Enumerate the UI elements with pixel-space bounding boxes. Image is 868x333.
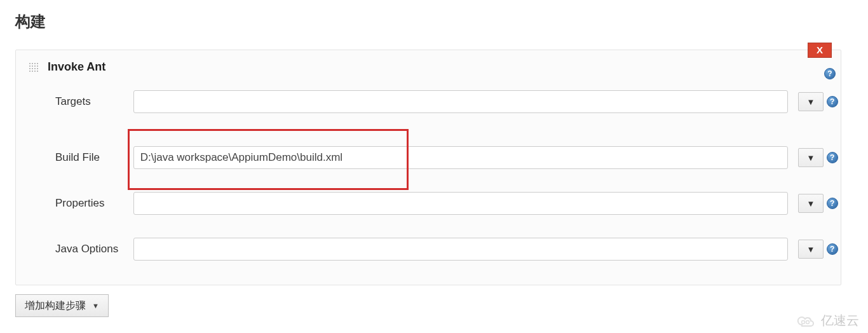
java-options-input[interactable] [133,238,788,261]
expand-button-build-file[interactable]: ▼ [798,148,824,167]
row-build-file: Build File ▼ ? [16,141,841,174]
expand-button-java-options[interactable]: ▼ [798,240,824,259]
help-icon[interactable]: ? [827,152,838,163]
row-java-options: Java Options ▼ ? [16,233,841,266]
build-step-section: X ? Invoke Ant Targets ▼ ? Build File ▼ … [15,50,841,285]
help-icon[interactable]: ? [827,96,838,107]
step-header: Invoke Ant [16,50,841,74]
page-title: 构建 [0,0,868,32]
cloud-icon [796,313,817,329]
expand-button-targets[interactable]: ▼ [798,92,824,111]
form-rows: Targets ▼ ? Build File ▼ ? Properties ▼ … [16,74,841,266]
add-build-step-label: 增加构建步骤 [25,299,86,313]
expand-button-properties[interactable]: ▼ [798,194,824,213]
targets-input[interactable] [133,90,788,113]
watermark: 亿速云 [796,312,859,329]
help-icon[interactable]: ? [824,68,836,79]
add-build-step-button[interactable]: 增加构建步骤 ▼ [15,294,109,317]
drag-handle-icon[interactable] [29,62,39,72]
label-build-file: Build File [16,151,133,164]
label-properties: Properties [16,197,133,210]
svg-point-1 [806,320,810,323]
caret-down-icon: ▼ [92,302,99,309]
label-targets: Targets [16,95,133,108]
row-targets: Targets ▼ ? [16,85,841,118]
properties-input[interactable] [133,192,788,215]
step-title: Invoke Ant [48,60,105,74]
delete-step-button[interactable]: X [808,43,832,58]
help-icon[interactable]: ? [827,198,838,209]
watermark-text: 亿速云 [821,312,859,329]
row-properties: Properties ▼ ? [16,187,841,220]
help-icon[interactable]: ? [827,243,838,255]
label-java-options: Java Options [16,243,133,255]
svg-point-0 [802,320,805,323]
build-file-input[interactable] [133,146,788,169]
